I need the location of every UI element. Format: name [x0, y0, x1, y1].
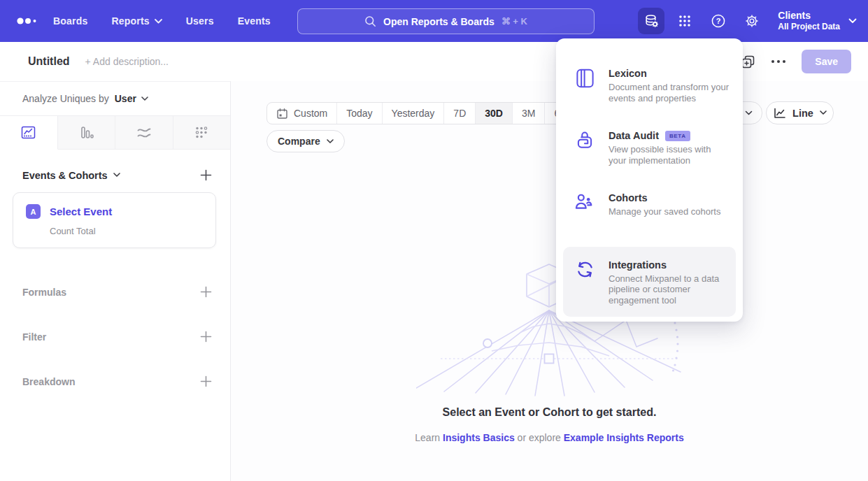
gear-icon: [744, 13, 760, 29]
insights-basics-link[interactable]: Insights Basics: [443, 432, 515, 443]
data-management-button[interactable]: [638, 8, 664, 34]
people-icon: [574, 191, 595, 217]
menu-item-data-audit[interactable]: Data Audit BETA View possible issues wit…: [556, 120, 743, 174]
ellipsis-icon: [771, 59, 786, 64]
menu-item-lexicon[interactable]: Lexicon Document and transform your even…: [556, 58, 743, 112]
plus-icon: [200, 286, 212, 298]
metric-grid-icon: [194, 125, 209, 141]
help-button[interactable]: ?: [705, 8, 732, 34]
empty-state-subtitle: Learn Insights Basics or explore Example…: [231, 432, 868, 443]
plus-icon: [200, 331, 212, 343]
data-management-menu: Lexicon Document and transform your even…: [556, 38, 743, 322]
project-switcher[interactable]: Clients All Project Data: [778, 10, 857, 32]
primary-nav: Boards Reports Users Events: [53, 15, 271, 27]
date-range-yesterday[interactable]: Yesterday: [383, 103, 445, 124]
database-gear-icon: [643, 13, 660, 29]
search-placeholder: Open Reports & Boards: [383, 16, 495, 27]
project-name: Clients: [778, 10, 840, 22]
search-shortcut: ⌘ + K: [501, 16, 527, 27]
line-chart-icon: [773, 107, 786, 120]
project-scope: All Project Data: [778, 22, 840, 32]
analyze-row: Analyze Uniques by User: [0, 82, 230, 116]
date-range-today[interactable]: Today: [337, 103, 382, 124]
add-event-button[interactable]: [200, 169, 212, 181]
plus-icon: [200, 375, 212, 387]
add-formula-button[interactable]: [200, 286, 212, 298]
empty-state: Select an Event or Cohort to get started…: [231, 406, 868, 443]
chevron-down-icon: [141, 96, 148, 101]
chevron-down-icon: [745, 110, 753, 116]
date-range-30d[interactable]: 30D: [476, 103, 513, 124]
help-icon: ?: [711, 13, 726, 29]
settings-button[interactable]: [739, 8, 765, 34]
more-options-button[interactable]: [771, 59, 786, 64]
events-cohorts-header: Events & Cohorts: [0, 169, 230, 181]
duplicate-button[interactable]: [741, 55, 755, 69]
book-icon: [574, 66, 595, 103]
menu-item-integrations[interactable]: Integrations Connect Mixpanel to a data …: [563, 247, 736, 317]
tab-stacked-chart[interactable]: [115, 116, 173, 149]
chevron-down-icon: [155, 19, 162, 24]
svg-text:?: ?: [716, 17, 721, 25]
chevron-down-icon: [848, 18, 857, 24]
beta-badge: BETA: [665, 131, 690, 141]
search-icon: [364, 15, 376, 27]
events-cohorts-toggle[interactable]: Events & Cohorts: [22, 170, 120, 181]
query-builder-sidebar: Analyze Uniques by User: [0, 81, 231, 481]
chart-type-dropdown[interactable]: Line: [766, 101, 834, 124]
analyze-label: Analyze Uniques by: [22, 93, 109, 104]
formulas-section: Formulas: [0, 286, 230, 298]
add-description-field[interactable]: + Add description...: [85, 56, 169, 67]
report-header-actions: Save: [741, 50, 851, 73]
save-button[interactable]: Save: [802, 50, 851, 73]
select-event-label[interactable]: Select Event: [50, 206, 112, 217]
mixpanel-insights-app: Boards Reports Users Events Open Reports…: [0, 0, 868, 481]
apps-grid-icon: [677, 13, 692, 29]
event-aggregation-label[interactable]: Count Total: [50, 226, 206, 236]
top-navbar: Boards Reports Users Events Open Reports…: [0, 0, 868, 42]
apps-grid-button[interactable]: [671, 8, 698, 34]
date-range-control: Custom Today Yesterday 7D 30D 3M 6M: [266, 102, 578, 124]
tab-bar-chart[interactable]: [58, 116, 116, 149]
breakdown-label: Breakdown: [22, 376, 75, 387]
nav-boards[interactable]: Boards: [53, 15, 87, 27]
compare-dropdown[interactable]: Compare: [266, 130, 345, 152]
filter-label: Filter: [22, 331, 46, 343]
stacked-flow-icon: [136, 124, 152, 141]
event-card[interactable]: A Select Event Count Total: [13, 192, 216, 248]
add-filter-button[interactable]: [200, 331, 212, 343]
search-input[interactable]: Open Reports & Boards ⌘ + K: [297, 8, 595, 34]
chart-canvas: Custom Today Yesterday 7D 30D 3M 6M Comp…: [231, 81, 868, 481]
add-breakdown-button[interactable]: [200, 375, 212, 387]
nav-reports[interactable]: Reports: [111, 15, 162, 27]
nav-users[interactable]: Users: [186, 15, 214, 27]
chevron-down-icon: [820, 110, 827, 115]
report-title[interactable]: Untitled: [28, 55, 70, 68]
filter-section: Filter: [0, 331, 230, 343]
breakdown-section: Breakdown: [0, 375, 230, 387]
date-range-custom[interactable]: Custom: [267, 103, 337, 124]
line-chart-icon: [20, 124, 36, 141]
chevron-down-icon: [113, 173, 120, 178]
analyze-by-dropdown[interactable]: User: [115, 93, 148, 104]
tab-line-chart[interactable]: [0, 116, 58, 150]
copy-plus-icon: [741, 55, 755, 69]
empty-state-title: Select an Event or Cohort to get started…: [231, 406, 868, 419]
menu-item-cohorts[interactable]: Cohorts Manage your saved cohorts: [556, 182, 743, 226]
plus-icon: [200, 169, 212, 181]
navbar-actions: ? Clients All Project Data: [638, 0, 857, 42]
sync-icon: [574, 258, 595, 306]
nav-events[interactable]: Events: [238, 15, 271, 27]
bar-chart-icon: [78, 124, 94, 141]
formulas-label: Formulas: [22, 287, 66, 298]
example-insights-reports-link[interactable]: Example Insights Reports: [564, 432, 684, 443]
calendar-icon: [276, 108, 288, 120]
event-series-badge: A: [26, 204, 41, 219]
tab-metric-grid[interactable]: [173, 116, 231, 149]
date-range-7d[interactable]: 7D: [444, 103, 476, 124]
audit-icon: [574, 129, 595, 166]
chart-type-tabs: [0, 116, 230, 150]
mixpanel-logo-icon[interactable]: [15, 14, 41, 28]
chevron-down-icon: [327, 139, 334, 144]
date-range-3m[interactable]: 3M: [513, 103, 545, 124]
